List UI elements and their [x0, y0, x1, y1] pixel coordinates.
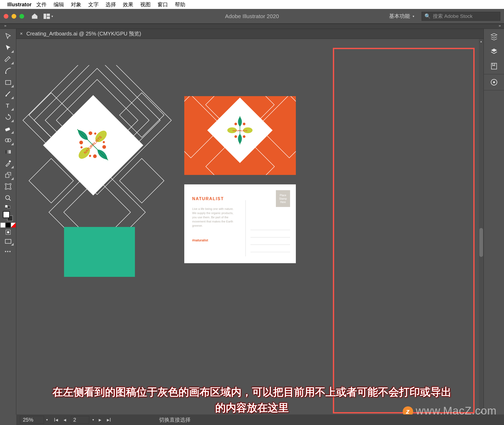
arrange-documents-button[interactable]: ▾: [44, 14, 53, 19]
direct-selection-tool[interactable]: [2, 42, 14, 54]
menu-view[interactable]: 视图: [140, 1, 151, 8]
pen-tool[interactable]: [2, 54, 14, 65]
eraser-tool[interactable]: [2, 123, 14, 134]
menu-window[interactable]: 窗口: [158, 1, 168, 8]
stock-search-placeholder: 搜索 Adobe Stock: [433, 13, 472, 20]
right-panel-dock: [484, 29, 504, 414]
menu-type[interactable]: 文字: [88, 1, 99, 8]
scrollbar-thumb[interactable]: [479, 228, 483, 257]
artboard-tool[interactable]: [2, 181, 14, 192]
window-close-button[interactable]: [4, 14, 8, 19]
svg-point-3: [5, 73, 6, 74]
svg-point-49: [243, 135, 245, 138]
workspace-switcher[interactable]: 基本功能 ▾: [386, 12, 417, 21]
curvature-tool[interactable]: [2, 65, 14, 77]
properties-panel-icon[interactable]: [489, 32, 499, 42]
first-artboard-button[interactable]: I◂: [53, 417, 59, 423]
app-body: T •••: [0, 29, 504, 414]
rectangle-tool[interactable]: [2, 77, 14, 88]
workspace-label: 基本功能: [389, 13, 410, 20]
zoom-tool[interactable]: [2, 192, 14, 204]
draw-mode-button[interactable]: [2, 227, 14, 237]
next-artboard-button[interactable]: ▸: [97, 417, 103, 423]
libraries-panel-icon[interactable]: [489, 61, 499, 71]
svg-point-16: [7, 231, 9, 234]
layers-panel-icon[interactable]: [489, 47, 499, 56]
search-icon: 🔍: [424, 13, 431, 19]
stamp-placeholder: PlaceStampHere: [276, 190, 290, 207]
macos-menu-bar: Illustrator 文件 编辑 对象 文字 选择 效果 视图 窗口 帮助: [0, 0, 504, 9]
svg-point-47: [243, 123, 245, 125]
screen-mode-button[interactable]: [2, 237, 14, 246]
artboard-number-field[interactable]: 2: [71, 416, 89, 424]
paintbrush-tool[interactable]: [2, 88, 14, 100]
svg-point-33: [102, 144, 107, 150]
home-icon[interactable]: [31, 13, 38, 19]
fill-stroke-toggle[interactable]: [2, 204, 14, 210]
scroll-up-icon[interactable]: ▴: [479, 39, 484, 44]
document-tab[interactable]: × Creating_Artboards.ai @ 25% (CMYK/GPU …: [16, 29, 484, 39]
chevron-down-icon[interactable]: ▾: [46, 418, 48, 422]
svg-point-36: [88, 154, 91, 157]
svg-rect-0: [44, 14, 46, 19]
window-controls: [4, 14, 24, 19]
svg-point-48: [234, 135, 237, 138]
svg-rect-25: [119, 158, 164, 203]
artboard-1-artwork[interactable]: NATURALISTS: [21, 65, 172, 254]
window-zoom-button[interactable]: [19, 14, 24, 19]
postcard-heading: NATURALIST: [192, 196, 239, 201]
color-mode-buttons[interactable]: [1, 223, 16, 227]
chevron-down-icon[interactable]: ▾: [92, 418, 94, 422]
canvas-area[interactable]: NATURALISTS: [16, 29, 484, 414]
menu-help[interactable]: 帮助: [175, 1, 185, 8]
annotation-highlight-rect: [333, 48, 475, 413]
scale-tool[interactable]: [2, 169, 14, 181]
app-title-bar: ▾ Adobe Illustrator 2020 基本功能 ▾ 🔍 搜索 Ado…: [0, 9, 504, 24]
svg-text:T: T: [6, 102, 9, 109]
appearance-panel-icon[interactable]: [489, 77, 499, 87]
svg-rect-52: [491, 63, 497, 69]
svg-rect-2: [47, 17, 50, 19]
menu-select[interactable]: 选择: [106, 1, 116, 8]
svg-rect-17: [5, 239, 11, 243]
app-name[interactable]: Illustrator: [7, 2, 32, 8]
artboard-navigator: I◂ ◂ 2 ▾ ▸ ▸I: [53, 416, 112, 424]
chevron-down-icon: ▾: [51, 14, 53, 18]
svg-rect-4: [6, 80, 11, 84]
prev-artboard-button[interactable]: ◂: [62, 417, 68, 423]
selection-tool[interactable]: [2, 30, 14, 42]
menu-edit[interactable]: 编辑: [54, 1, 64, 8]
fill-stroke-swatch[interactable]: [2, 211, 14, 221]
vertical-scrollbar[interactable]: ▴ ▾: [479, 39, 484, 414]
svg-rect-13: [5, 205, 8, 208]
gradient-tool[interactable]: [2, 146, 14, 158]
menu-object[interactable]: 对象: [71, 1, 81, 8]
status-hint: 切换直接选择: [159, 416, 191, 423]
window-minimize-button[interactable]: [12, 14, 16, 19]
status-bar: 25% ▾ I◂ ◂ 2 ▾ ▸ ▸I 切换直接选择: [16, 414, 504, 425]
svg-point-35: [94, 132, 97, 135]
svg-rect-11: [6, 184, 10, 189]
rotate-tool[interactable]: [2, 111, 14, 123]
stock-search[interactable]: 🔍 搜索 Adobe Stock: [422, 12, 500, 21]
edit-toolbar-button[interactable]: •••: [5, 249, 11, 255]
svg-rect-1: [47, 14, 50, 16]
type-tool[interactable]: T: [2, 100, 14, 111]
eyedropper-tool[interactable]: [2, 158, 14, 169]
svg-point-8: [7, 139, 11, 142]
menu-file[interactable]: 文件: [36, 1, 47, 8]
zoom-level-dropdown[interactable]: 25%: [20, 416, 44, 424]
left-toolbar: T •••: [0, 29, 16, 414]
last-artboard-button[interactable]: ▸I: [106, 417, 112, 423]
artboard-3-postcard-back[interactable]: NATURALIST Live a life being one with na…: [184, 184, 296, 263]
artboard-2-postcard-front[interactable]: NATURALISTS: [184, 96, 296, 175]
shape-builder-tool[interactable]: [2, 134, 14, 146]
artboard-green-rectangle[interactable]: [64, 227, 135, 277]
postcard-tag: #naturalist: [192, 239, 239, 242]
svg-rect-10: [8, 160, 11, 163]
menu-effect[interactable]: 效果: [123, 1, 133, 8]
svg-rect-6: [5, 127, 10, 131]
close-icon[interactable]: ×: [20, 31, 23, 37]
scroll-down-icon[interactable]: ▾: [479, 410, 484, 414]
options-bar-collapse[interactable]: [0, 24, 504, 29]
